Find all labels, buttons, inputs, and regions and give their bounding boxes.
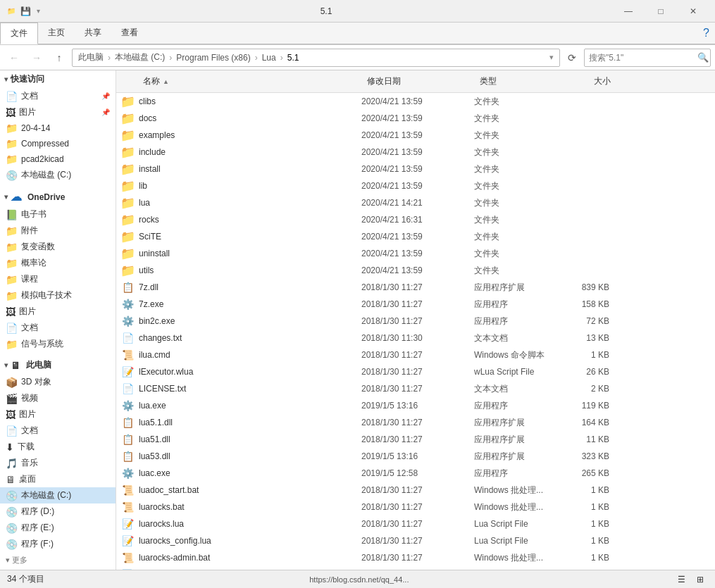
sidebar-section-thispc[interactable]: ▾ 🖥 此电脑 bbox=[0, 356, 116, 374]
search-input[interactable] bbox=[589, 53, 695, 63]
table-row[interactable]: 📋 7z.dll 2018/1/30 11:27 应用程序扩展 839 KB bbox=[116, 279, 715, 296]
breadcrumb-dropdown[interactable]: ▾ bbox=[549, 53, 554, 62]
details-view-button[interactable]: ☰ bbox=[674, 572, 690, 587]
file-name: lua5.1.dll bbox=[139, 418, 357, 427]
search-icon[interactable]: 🔍 bbox=[697, 52, 709, 63]
table-row[interactable]: ⚙️ bin2c.exe 2018/1/30 11:27 应用程序 72 KB bbox=[116, 313, 715, 330]
table-row[interactable]: 📁 uninstall 2020/4/21 13:59 文件夹 bbox=[116, 245, 715, 262]
sidebar-item-desktop[interactable]: 🖥 桌面 bbox=[0, 471, 116, 487]
breadcrumb-c[interactable]: 本地磁盘 (C:) bbox=[115, 51, 165, 63]
sidebar-item-pcad2kicad[interactable]: 📁 pcad2kicad bbox=[0, 151, 116, 167]
sidebar-item-analog[interactable]: 📁 模拟电子技术 bbox=[0, 287, 116, 304]
close-button[interactable]: ✕ bbox=[677, 0, 709, 23]
sidebar-item-doc2[interactable]: 📄 文档 bbox=[0, 423, 116, 439]
table-row[interactable]: 📁 include 2020/4/21 13:59 文件夹 bbox=[116, 144, 715, 161]
breadcrumb-thispc[interactable]: 此电脑 bbox=[78, 51, 104, 63]
sidebar-item-disk-e[interactable]: 💿 程序 (E:) bbox=[0, 520, 116, 536]
file-type-icon: ⚙️ bbox=[120, 314, 135, 328]
file-date: 2020/4/21 13:59 bbox=[357, 181, 470, 191]
table-row[interactable]: 📜 ilua.cmd 2018/1/30 11:27 Windows 命令脚本 … bbox=[116, 346, 715, 363]
disk-icon: 💿 bbox=[6, 170, 18, 181]
sidebar-item-od-docs[interactable]: 📄 文档 bbox=[0, 320, 116, 336]
sidebar-item-downloads[interactable]: ⬇ 下载 bbox=[0, 439, 116, 455]
help-icon[interactable]: ? bbox=[703, 27, 709, 39]
sidebar-item-documents[interactable]: 📄 文档 📌 bbox=[0, 88, 116, 104]
sidebar-item-local-disk-c[interactable]: 💿 本地磁盘 (C:) bbox=[0, 167, 116, 183]
file-rows-container: 📁 clibs 2020/4/21 13:59 文件夹 📁 docs 2020/… bbox=[116, 93, 715, 570]
file-date: 2020/4/21 13:59 bbox=[357, 113, 470, 123]
sidebar-item-courses[interactable]: 📁 课程 bbox=[0, 271, 116, 287]
table-row[interactable]: 📁 examples 2020/4/21 13:59 文件夹 bbox=[116, 127, 715, 144]
sidebar-item-pic2[interactable]: 🖼 图片 bbox=[0, 406, 116, 423]
col-header-size[interactable]: 大小 bbox=[567, 73, 623, 89]
table-row[interactable]: 📝 luarocks.lua 2018/1/30 11:27 Lua Scrip… bbox=[116, 515, 715, 532]
table-row[interactable]: 📄 LICENSE.txt 2018/1/30 11:27 文本文档 2 KB bbox=[116, 380, 715, 397]
table-row[interactable]: ⚙️ 7z.exe 2018/1/30 11:27 应用程序 158 KB bbox=[116, 296, 715, 313]
table-row[interactable]: 📝 luarocks_config.lua 2018/1/30 11:27 Lu… bbox=[116, 532, 715, 549]
sidebar-item-pictures[interactable]: 🖼 图片 📌 bbox=[0, 104, 116, 120]
sidebar-section-quickaccess[interactable]: ▾ 快速访问 bbox=[0, 70, 116, 88]
window-controls: — □ ✕ bbox=[612, 0, 709, 23]
dll-icon: 📋 bbox=[122, 434, 134, 445]
breadcrumb-lua[interactable]: Lua bbox=[262, 53, 276, 63]
table-row[interactable]: 📁 docs 2020/4/21 13:59 文件夹 bbox=[116, 110, 715, 127]
minimize-button[interactable]: — bbox=[612, 0, 645, 23]
breadcrumb-programfiles[interactable]: Program Files (x86) bbox=[176, 53, 250, 63]
tab-view[interactable]: 查看 bbox=[111, 23, 148, 44]
sidebar-item-signals[interactable]: 📁 信号与系统 bbox=[0, 336, 116, 352]
table-row[interactable]: 📁 clibs 2020/4/21 13:59 文件夹 bbox=[116, 93, 715, 110]
sidebar-item-attachments[interactable]: 📁 附件 bbox=[0, 223, 116, 239]
table-row[interactable]: 📄 changes.txt 2018/1/30 11:30 文本文档 13 KB bbox=[116, 330, 715, 346]
sidebar-item-label: 文档 bbox=[21, 425, 38, 437]
file-size: 1 KB bbox=[561, 519, 618, 529]
table-row[interactable]: 📝 lExecutor.wlua 2018/1/30 11:27 wLua Sc… bbox=[116, 363, 715, 380]
table-row[interactable]: 📋 lua51.dll 2018/1/30 11:27 应用程序扩展 11 KB bbox=[116, 431, 715, 448]
lua-icon: 📝 bbox=[122, 535, 134, 546]
chevron-icon: ▾ bbox=[4, 193, 8, 201]
tab-home[interactable]: 主页 bbox=[38, 23, 75, 44]
folder-icon: 📁 bbox=[120, 263, 135, 278]
back-button[interactable]: ← bbox=[4, 49, 24, 67]
sidebar-item-compressed[interactable]: 📁 Compressed bbox=[0, 136, 116, 151]
sidebar-section-onedrive[interactable]: ▾ ☁ OneDrive bbox=[0, 187, 116, 206]
table-row[interactable]: 📜 luarocks-admin.bat 2018/1/30 11:27 Win… bbox=[116, 549, 715, 566]
sidebar-item-complex[interactable]: 📁 复变函数 bbox=[0, 239, 116, 255]
breadcrumb-current[interactable]: 5.1 bbox=[287, 53, 299, 63]
refresh-button[interactable]: ⟳ bbox=[563, 49, 581, 67]
table-row[interactable]: 📁 install 2020/4/21 13:59 文件夹 bbox=[116, 161, 715, 177]
col-header-name[interactable]: 名称▲ bbox=[116, 73, 363, 89]
sidebar-item-disk-c2[interactable]: 💿 本地磁盘 (C:) bbox=[0, 487, 116, 503]
table-row[interactable]: ⚙️ lua.exe 2019/1/5 13:16 应用程序 119 KB bbox=[116, 397, 715, 414]
col-header-date[interactable]: 修改日期 bbox=[363, 73, 475, 89]
sidebar-item-label: 概率论 bbox=[21, 257, 46, 269]
sidebar-item-music[interactable]: 🎵 音乐 bbox=[0, 455, 116, 471]
sidebar-item-3dobjects[interactable]: 📦 3D 对象 bbox=[0, 374, 116, 390]
folder-icon: 📁 bbox=[6, 290, 18, 301]
sidebar-item-ebooks[interactable]: 📗 电子书 bbox=[0, 206, 116, 223]
table-row[interactable]: 📜 luarocks.bat 2018/1/30 11:27 Windows 批… bbox=[116, 499, 715, 515]
sidebar-item-disk-f[interactable]: 💿 程序 (F:) bbox=[0, 536, 116, 552]
sidebar-item-video[interactable]: 🎬 视频 bbox=[0, 390, 116, 406]
maximize-button[interactable]: □ bbox=[645, 0, 677, 23]
tab-file[interactable]: 文件 bbox=[0, 23, 38, 44]
up-button[interactable]: ↑ bbox=[49, 49, 69, 67]
sidebar-item-label: 文档 bbox=[21, 322, 38, 334]
sidebar-item-probability[interactable]: 📁 概率论 bbox=[0, 255, 116, 271]
col-header-type[interactable]: 类型 bbox=[475, 73, 567, 89]
large-icons-view-button[interactable]: ⊞ bbox=[692, 572, 708, 587]
sidebar-item-20414[interactable]: 📁 20-4-14 bbox=[0, 120, 116, 136]
tab-share[interactable]: 共享 bbox=[75, 23, 111, 44]
sidebar-item-disk-d[interactable]: 💿 程序 (D:) bbox=[0, 503, 116, 520]
table-row[interactable]: 📋 lua53.dll 2019/1/5 13:16 应用程序扩展 323 KB bbox=[116, 448, 715, 465]
table-row[interactable]: 📋 lua5.1.dll 2018/1/30 11:27 应用程序扩展 164 … bbox=[116, 414, 715, 431]
table-row[interactable]: 📁 lib 2020/4/21 13:59 文件夹 bbox=[116, 177, 715, 194]
table-row[interactable]: 📁 lua 2020/4/21 14:21 文件夹 bbox=[116, 194, 715, 211]
forward-button[interactable]: → bbox=[27, 49, 46, 67]
breadcrumb[interactable]: 此电脑 › 本地磁盘 (C:) › Program Files (x86) › … bbox=[72, 49, 560, 67]
table-row[interactable]: 📁 utils 2020/4/21 13:59 文件夹 bbox=[116, 262, 715, 279]
sidebar-item-od-pictures[interactable]: 🖼 图片 bbox=[0, 304, 116, 320]
table-row[interactable]: ⚙️ luac.exe 2019/1/5 12:58 应用程序 265 KB bbox=[116, 465, 715, 482]
table-row[interactable]: 📜 luadoc_start.bat 2018/1/30 11:27 Windo… bbox=[116, 482, 715, 499]
table-row[interactable]: 📁 SciTE 2020/4/21 13:59 文件夹 bbox=[116, 228, 715, 245]
table-row[interactable]: 📁 rocks 2020/4/21 16:31 文件夹 bbox=[116, 211, 715, 228]
